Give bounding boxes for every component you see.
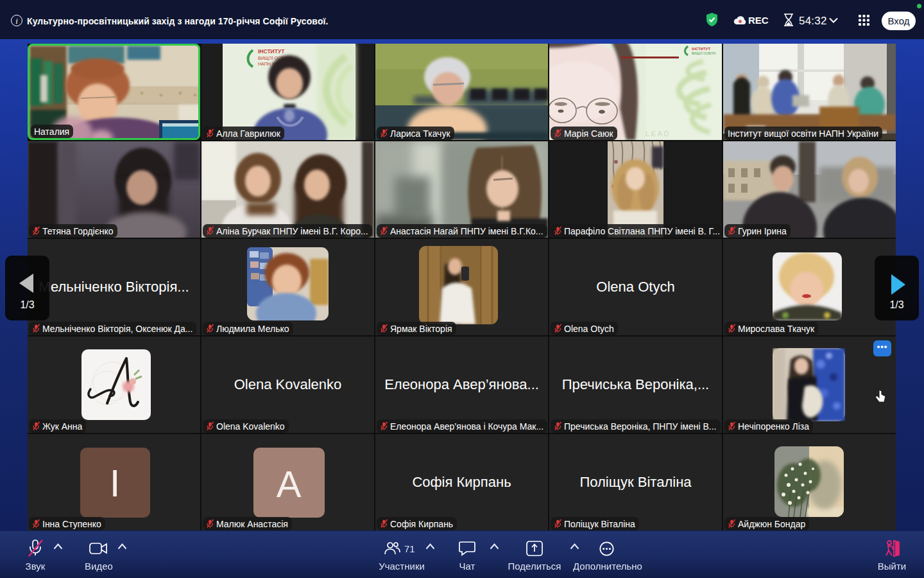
svg-text:L E A D: L E A D bbox=[646, 130, 669, 137]
svg-text:ІНСТИТУТ: ІНСТИТУТ bbox=[258, 48, 285, 55]
svg-text:I: I bbox=[110, 462, 121, 505]
svg-text:ВИЩОЇ ОСВІТИ: ВИЩОЇ ОСВІТИ bbox=[692, 51, 716, 55]
svg-text:A: A bbox=[277, 463, 302, 505]
svg-text:ІНСТИТУТ: ІНСТИТУТ bbox=[692, 47, 711, 51]
